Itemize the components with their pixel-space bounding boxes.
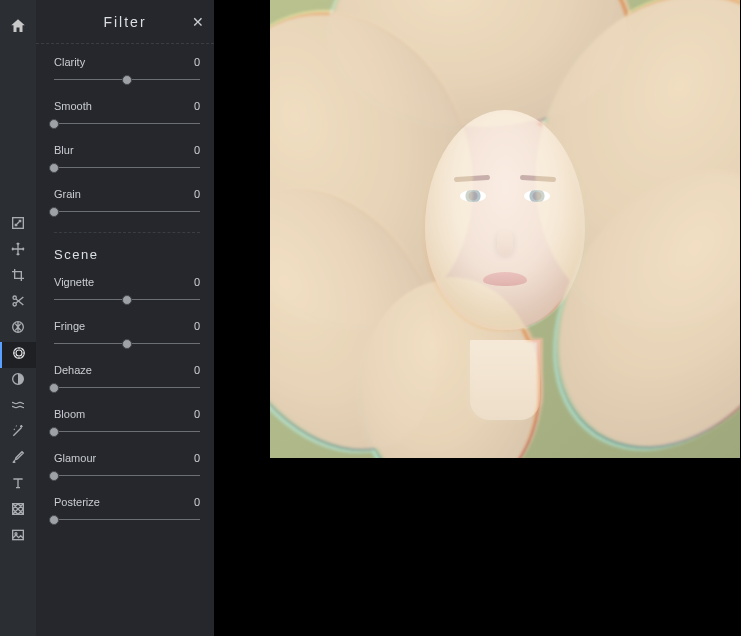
resize-tool[interactable] — [0, 212, 36, 238]
crop-tool[interactable] — [0, 264, 36, 290]
image-canvas[interactable] — [270, 0, 740, 458]
fringe-slider[interactable] — [54, 338, 200, 350]
glamour-control: Glamour0 — [54, 452, 200, 482]
adjust-icon — [10, 319, 26, 339]
brush-icon — [10, 449, 26, 469]
filter-icon — [11, 345, 27, 365]
panel-divider — [54, 232, 200, 233]
pattern-icon — [10, 501, 26, 521]
svg-point-5 — [16, 350, 22, 356]
smooth-control: Smooth0 — [54, 100, 200, 130]
dehaze-slider[interactable] — [54, 382, 200, 394]
glamour-slider[interactable] — [54, 470, 200, 482]
filter-tool[interactable] — [0, 342, 36, 368]
vignette-value: 0 — [194, 276, 200, 288]
grain-value: 0 — [194, 188, 200, 200]
crop-icon — [10, 267, 26, 287]
canvas-area — [214, 0, 741, 636]
brush-tool[interactable] — [0, 446, 36, 472]
blur-control: Blur0 — [54, 144, 200, 174]
close-icon[interactable]: ✕ — [192, 15, 204, 29]
posterize-value: 0 — [194, 496, 200, 508]
bloom-control: Bloom0 — [54, 408, 200, 438]
adjust-tool[interactable] — [0, 316, 36, 342]
grain-slider[interactable] — [54, 206, 200, 218]
posterize-slider[interactable] — [54, 514, 200, 526]
filter-panel: Filter ✕ Clarity0Smooth0Blur0Grain0 Scen… — [36, 0, 214, 636]
wand-tool[interactable] — [0, 420, 36, 446]
fringe-label: Fringe — [54, 320, 85, 332]
contrast-tool[interactable] — [0, 368, 36, 394]
image-icon — [10, 527, 26, 547]
clarity-control: Clarity0 — [54, 56, 200, 86]
text-tool[interactable] — [0, 472, 36, 498]
panel-body: Clarity0Smooth0Blur0Grain0 Scene Vignett… — [36, 44, 214, 636]
dehaze-value: 0 — [194, 364, 200, 376]
contrast-icon — [10, 371, 26, 391]
dehaze-label: Dehaze — [54, 364, 92, 376]
vignette-label: Vignette — [54, 276, 94, 288]
cut-icon — [10, 293, 26, 313]
posterize-label: Posterize — [54, 496, 100, 508]
move-icon — [10, 241, 26, 261]
smooth-label: Smooth — [54, 100, 92, 112]
glamour-label: Glamour — [54, 452, 96, 464]
home-button[interactable] — [0, 8, 36, 44]
wand-icon — [10, 423, 26, 443]
clarity-slider[interactable] — [54, 74, 200, 86]
cut-tool[interactable] — [0, 290, 36, 316]
clarity-value: 0 — [194, 56, 200, 68]
dehaze-control: Dehaze0 — [54, 364, 200, 394]
vignette-slider[interactable] — [54, 294, 200, 306]
fringe-control: Fringe0 — [54, 320, 200, 350]
panel-header: Filter ✕ — [36, 0, 214, 44]
svg-point-2 — [13, 296, 16, 299]
pattern-tool[interactable] — [0, 498, 36, 524]
bloom-slider[interactable] — [54, 426, 200, 438]
blur-slider[interactable] — [54, 162, 200, 174]
section-scene-title: Scene — [54, 247, 200, 262]
liquify-tool[interactable] — [0, 394, 36, 420]
smooth-value: 0 — [194, 100, 200, 112]
svg-point-1 — [13, 303, 16, 306]
blur-value: 0 — [194, 144, 200, 156]
smooth-slider[interactable] — [54, 118, 200, 130]
panel-title: Filter — [103, 14, 146, 30]
text-icon — [10, 475, 26, 495]
app-root: Filter ✕ Clarity0Smooth0Blur0Grain0 Scen… — [0, 0, 741, 636]
posterize-control: Posterize0 — [54, 496, 200, 526]
grain-control: Grain0 — [54, 188, 200, 218]
image-tool[interactable] — [0, 524, 36, 550]
grain-label: Grain — [54, 188, 81, 200]
fringe-value: 0 — [194, 320, 200, 332]
tool-rail — [0, 0, 36, 636]
bloom-value: 0 — [194, 408, 200, 420]
resize-icon — [10, 215, 26, 235]
liquify-icon — [10, 397, 26, 417]
vignette-control: Vignette0 — [54, 276, 200, 306]
svg-rect-8 — [13, 530, 24, 539]
bloom-label: Bloom — [54, 408, 85, 420]
move-tool[interactable] — [0, 238, 36, 264]
blur-label: Blur — [54, 144, 74, 156]
clarity-label: Clarity — [54, 56, 85, 68]
glamour-value: 0 — [194, 452, 200, 464]
